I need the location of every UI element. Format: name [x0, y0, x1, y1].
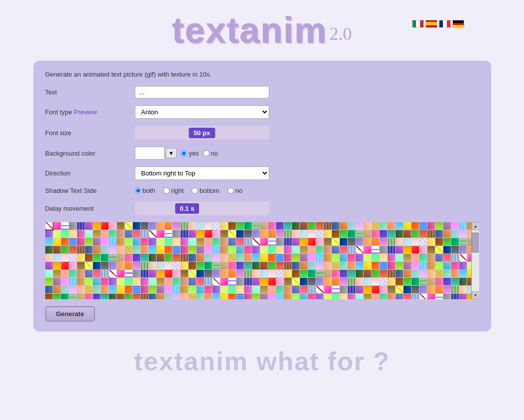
texture-cell[interactable]	[435, 294, 443, 299]
texture-cell[interactable]	[181, 222, 188, 230]
texture-cell[interactable]	[276, 238, 284, 246]
texture-cell[interactable]	[427, 254, 435, 261]
texture-cell[interactable]	[212, 278, 220, 285]
texture-cell[interactable]	[443, 238, 451, 246]
texture-cell[interactable]	[300, 246, 308, 253]
texture-cell[interactable]	[101, 286, 108, 293]
texture-cell[interactable]	[236, 270, 244, 277]
texture-cell[interactable]	[181, 270, 188, 277]
texture-cell[interactable]	[165, 294, 172, 299]
texture-cell[interactable]	[308, 270, 315, 277]
texture-cell[interactable]	[356, 254, 363, 261]
texture-cell[interactable]	[236, 262, 244, 269]
texture-cell[interactable]	[451, 286, 459, 293]
texture-cell[interactable]	[324, 238, 331, 246]
texture-cell[interactable]	[197, 238, 204, 246]
texture-cell[interactable]	[451, 270, 459, 277]
texture-cell[interactable]	[324, 262, 331, 269]
texture-cell[interactable]	[292, 294, 300, 299]
texture-cell[interactable]	[419, 270, 427, 277]
texture-cell[interactable]	[276, 246, 284, 253]
texture-cell[interactable]	[388, 294, 395, 299]
texture-cell[interactable]	[125, 294, 132, 299]
text-input[interactable]	[135, 86, 269, 98]
texture-cell[interactable]	[53, 222, 61, 230]
texture-cell[interactable]	[372, 278, 379, 285]
texture-cell[interactable]	[292, 262, 300, 269]
texture-cell[interactable]	[404, 262, 411, 269]
texture-cell[interactable]	[141, 262, 148, 269]
texture-cell[interactable]	[268, 246, 276, 253]
texture-cell[interactable]	[45, 262, 53, 269]
texture-cell[interactable]	[340, 222, 347, 230]
texture-cell[interactable]	[228, 254, 236, 261]
texture-cell[interactable]	[181, 254, 188, 261]
texture-cell[interactable]	[85, 238, 93, 246]
texture-cell[interactable]	[244, 294, 252, 299]
texture-cell[interactable]	[197, 270, 204, 277]
texture-cell[interactable]	[101, 238, 108, 246]
texture-cell[interactable]	[316, 238, 323, 246]
texture-cell[interactable]	[69, 270, 77, 277]
texture-cell[interactable]	[244, 262, 252, 269]
texture-cell[interactable]	[149, 270, 156, 277]
texture-cell[interactable]	[348, 254, 355, 261]
texture-cell[interactable]	[284, 246, 292, 253]
texture-cell[interactable]	[252, 246, 260, 253]
texture-cell[interactable]	[380, 286, 387, 293]
shadow-bottom-radio[interactable]	[192, 187, 198, 194]
texture-cell[interactable]	[356, 238, 363, 246]
texture-cell[interactable]	[53, 262, 61, 269]
texture-cell[interactable]	[443, 222, 451, 230]
texture-cell[interactable]	[348, 270, 355, 277]
texture-cell[interactable]	[205, 238, 212, 246]
texture-cell[interactable]	[419, 230, 427, 238]
texture-cell[interactable]	[109, 254, 116, 261]
texture-cell[interactable]	[93, 270, 101, 277]
texture-cell[interactable]	[173, 254, 180, 261]
texture-cell[interactable]	[133, 230, 140, 238]
texture-cell[interactable]	[252, 254, 260, 261]
texture-cell[interactable]	[236, 238, 244, 246]
texture-cell[interactable]	[467, 286, 471, 293]
texture-cell[interactable]	[85, 222, 93, 230]
texture-cell[interactable]	[388, 254, 395, 261]
texture-cell[interactable]	[77, 246, 85, 253]
texture-cell[interactable]	[69, 222, 77, 230]
texture-cell[interactable]	[133, 270, 140, 277]
texture-cell[interactable]	[332, 230, 339, 238]
texture-cell[interactable]	[212, 262, 220, 269]
texture-cell[interactable]	[85, 230, 93, 238]
texture-cell[interactable]	[220, 262, 228, 269]
texture-cell[interactable]	[173, 238, 180, 246]
texture-cell[interactable]	[340, 294, 347, 299]
texture-cell[interactable]	[348, 278, 355, 285]
texture-cell[interactable]	[69, 230, 77, 238]
color-swatch[interactable]	[135, 147, 165, 160]
texture-cell[interactable]	[53, 238, 61, 246]
texture-cell[interactable]	[396, 246, 403, 253]
texture-cell[interactable]	[404, 222, 411, 230]
texture-cell[interactable]	[348, 246, 355, 253]
texture-cell[interactable]	[404, 230, 411, 238]
texture-cell[interactable]	[228, 278, 236, 285]
texture-cell[interactable]	[45, 246, 53, 253]
texture-cell[interactable]	[101, 246, 108, 253]
texture-cell[interactable]	[77, 222, 85, 230]
texture-cell[interactable]	[220, 286, 228, 293]
texture-cell[interactable]	[117, 278, 124, 285]
texture-cell[interactable]	[356, 286, 363, 293]
texture-cell[interactable]	[157, 270, 164, 277]
generate-button[interactable]: Generate	[45, 306, 95, 322]
texture-cell[interactable]	[364, 254, 371, 261]
texture-cell[interactable]	[252, 286, 260, 293]
texture-cell[interactable]	[396, 286, 403, 293]
texture-cell[interactable]	[228, 270, 236, 277]
texture-cell[interactable]	[125, 254, 132, 261]
texture-cell[interactable]	[419, 238, 427, 246]
texture-cell[interactable]	[93, 294, 101, 299]
texture-cell[interactable]	[356, 262, 363, 269]
texture-cell[interactable]	[348, 294, 355, 299]
texture-cell[interactable]	[125, 222, 132, 230]
texture-cell[interactable]	[252, 230, 260, 238]
